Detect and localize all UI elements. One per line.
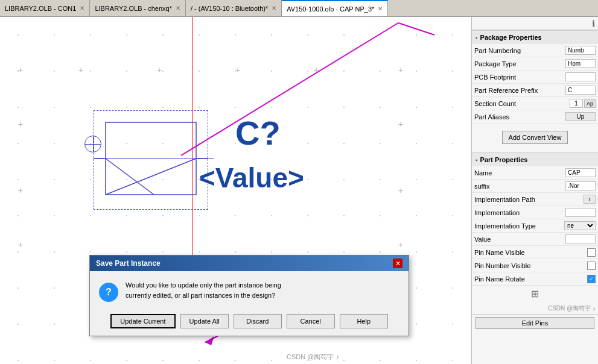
pin-name-visible-checkbox[interactable] (587, 248, 596, 257)
tab-cap-np3[interactable]: AV150-1000.olb - CAP NP_3* ✕ (282, 0, 388, 16)
section-count-input[interactable] (570, 99, 583, 108)
tab-library2-chenxq[interactable]: LIBRARY2.OLB - chenxq* ✕ (90, 0, 186, 16)
svg-line-3 (106, 158, 196, 195)
grid-plus: + (235, 65, 240, 75)
part-suffix-row: suffix (472, 180, 598, 193)
edit-pins-area: Edit Pins (472, 314, 598, 331)
implementation-type-select[interactable]: ne (564, 221, 596, 230)
section-count-apply-btn[interactable]: Ap (584, 99, 596, 108)
dialog-close-button[interactable]: ✕ (393, 259, 402, 268)
pin-name-rotate-row: Pin Name Rotate (472, 272, 598, 286)
grid-plus: + (78, 65, 83, 75)
part-aliases-row: Part Aliases Up (472, 110, 598, 124)
dialog-title-bar: Save Part Instance ✕ (90, 256, 409, 271)
grid-plus: + (18, 186, 23, 195)
pin-name-visible-row: Pin Name Visible (472, 246, 598, 259)
part-reference-prefix-input[interactable] (565, 86, 596, 95)
part-numbering-row: Part Numbering (472, 44, 598, 57)
section-bullet: ▪ (476, 34, 478, 41)
implementation-row: Implementation (472, 206, 598, 219)
svg-marker-9 (205, 336, 214, 345)
component-shape (94, 110, 214, 210)
add-convert-view-area: Add Convert View (472, 124, 598, 151)
svg-line-7 (398, 23, 434, 35)
grid-plus: + (398, 186, 403, 195)
grid-plus: + (398, 240, 403, 249)
info-icon: ℹ (592, 19, 595, 28)
package-properties-header: ▪ Package Properties (472, 30, 598, 44)
csdn-watermark-panel: CSDN @陶苟宇 ♪ (472, 303, 598, 314)
pin-name-rotate-checkbox[interactable] (587, 275, 596, 283)
part-properties-header: ▪ Part Properties (472, 152, 598, 166)
impl-path-browse-button[interactable]: › (584, 195, 596, 204)
dialog-info-icon: ? (99, 283, 118, 302)
tab-close-icon[interactable]: ✕ (80, 5, 84, 11)
edit-pins-button[interactable]: Edit Pins (476, 317, 594, 329)
pin-number-visible-row: Pin Number Visible (472, 259, 598, 272)
csdn-watermark: CSDN @陶苟宇 ♪ (284, 351, 342, 363)
dialog-message: Would you like to update only the part i… (126, 280, 281, 300)
resize-icon: ⊞ (531, 289, 539, 299)
add-convert-view-button[interactable]: Add Convert View (502, 131, 568, 144)
section-count-row: Section Count Ap (472, 97, 598, 110)
pin-number-visible-checkbox[interactable] (587, 262, 596, 270)
pcb-footprint-row: PCB Footprint (472, 71, 598, 84)
part-properties-section: ▪ Part Properties Name suffix Implementa… (472, 152, 598, 302)
tab-bar: LIBRARY2.OLB - CON1 ✕ LIBRARY2.OLB - che… (0, 0, 598, 17)
grid-plus: + (157, 65, 162, 75)
tab-close-icon[interactable]: ✕ (176, 5, 180, 11)
tab-bluetooth[interactable]: / - (AV150-10 : Bluetooth)* ✕ (186, 0, 282, 16)
dialog-buttons: Update Current Update All Discard Cancel… (90, 311, 409, 336)
pcb-footprint-input[interactable] (565, 72, 596, 81)
part-name-input[interactable] (565, 168, 596, 177)
save-part-dialog: Save Part Instance ✕ ? Would you like to… (89, 255, 409, 336)
implementation-input[interactable] (565, 208, 596, 217)
section-bullet: ▪ (476, 157, 478, 163)
tab-close-icon[interactable]: ✕ (272, 5, 276, 11)
right-panel: ℹ ▪ Package Properties Part Numbering Pa… (471, 17, 598, 364)
canvas-area[interactable]: + + + + + + + + + + + + (0, 17, 471, 364)
discard-button[interactable]: Discard (234, 314, 282, 328)
svg-line-4 (106, 158, 154, 195)
update-current-button[interactable]: Update Current (110, 314, 175, 328)
grid-plus: + (18, 119, 23, 129)
package-type-row: Package Type (472, 57, 598, 71)
part-aliases-button[interactable]: Up (565, 112, 596, 121)
part-numbering-input[interactable] (565, 46, 596, 55)
cancel-button[interactable]: Cancel (287, 314, 335, 328)
panel-top-icon-area: ℹ (472, 17, 598, 30)
update-all-button[interactable]: Update All (180, 314, 229, 328)
grid-plus: + (18, 240, 23, 249)
bottom-icon-area: ⊞ (472, 286, 598, 302)
grid-plus: + (314, 65, 319, 75)
value-row: Value (472, 233, 598, 246)
implementation-path-row: Implementation Path › (472, 193, 598, 206)
main-layout: + + + + + + + + + + + + (0, 17, 598, 364)
part-name-row: Name (472, 166, 598, 180)
package-properties-section: ▪ Package Properties Part Numbering Pack… (472, 30, 598, 151)
part-suffix-input[interactable] (565, 181, 596, 190)
dialog-content: ? Would you like to update only the part… (90, 271, 409, 311)
tab-close-icon[interactable]: ✕ (378, 5, 383, 12)
value-input[interactable] (565, 234, 596, 243)
help-button[interactable]: Help (340, 314, 388, 328)
package-type-input[interactable] (565, 59, 596, 68)
grid-plus: + (18, 65, 23, 75)
grid-plus: + (398, 65, 403, 75)
grid-plus: + (398, 119, 403, 129)
value-label: <Value> (199, 162, 304, 194)
implementation-type-row: Implementation Type ne (472, 219, 598, 233)
part-reference-prefix-row: Part Reference Prefix (472, 84, 598, 97)
component-label: C? (235, 113, 281, 152)
tab-library2-con1[interactable]: LIBRARY2.OLB - CON1 ✕ (0, 0, 90, 16)
